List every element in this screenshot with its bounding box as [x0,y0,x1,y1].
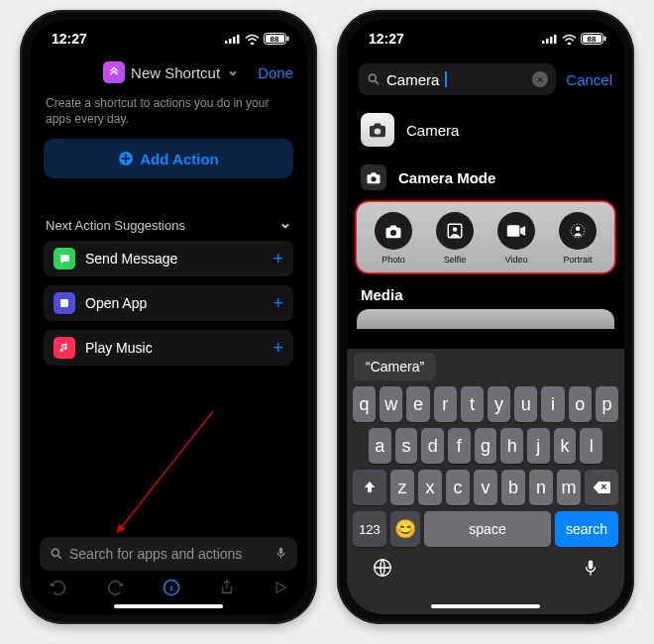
suggestions-header[interactable]: Next Action Suggestions [30,218,307,233]
suggestion-row[interactable]: Send Message + [44,241,293,276]
wifi-icon [562,34,577,45]
done-button[interactable]: Done [258,64,293,81]
suggestion-row[interactable]: Open App + [44,285,293,321]
add-suggestion-button[interactable]: + [272,338,283,359]
search-value: Camera [386,71,439,88]
key-t[interactable]: t [461,386,484,422]
suggestion-label: Open App [85,295,147,311]
svg-point-26 [453,227,458,232]
nav-title[interactable]: New Shortcut [103,61,238,83]
key-x[interactable]: x [418,470,442,505]
app-result-row[interactable]: Camera [347,105,624,155]
svg-text:88: 88 [271,35,279,44]
tab-info[interactable] [162,578,181,601]
mode-label: Selfie [444,255,467,265]
svg-rect-11 [279,547,282,554]
space-key[interactable]: space [424,511,551,547]
media-header: Media [347,272,624,309]
search-input[interactable]: Search for apps and actions [40,537,297,571]
numbers-key[interactable]: 123 [353,511,386,547]
add-suggestion-button[interactable]: + [272,249,283,269]
key-o[interactable]: o [569,386,592,422]
suggestion-label: Send Message [85,251,177,267]
notch [426,20,545,44]
camera-mode-grid: Photo Selfie Video Portrait [357,202,614,272]
mode-label: Photo [382,255,405,265]
search-key[interactable]: search [555,511,618,547]
search-icon [50,547,63,561]
camera-icon [361,164,386,190]
autocorrect-suggestion[interactable]: “Camera” [354,353,436,380]
dictate-key[interactable] [582,557,600,583]
svg-point-10 [52,549,58,556]
svg-rect-1 [229,39,232,44]
backspace-key[interactable] [585,470,618,505]
key-u[interactable]: u [514,386,537,422]
battery-icon: 88 [581,33,606,45]
key-r[interactable]: r [434,386,457,422]
key-j[interactable]: j [527,428,550,464]
key-g[interactable]: g [475,428,497,464]
svg-rect-31 [589,561,594,570]
suggestion-label: Play Music [85,340,153,356]
search-header: Camera ✕ Cancel [347,57,624,105]
key-l[interactable]: l [580,428,602,464]
key-f[interactable]: f [448,428,471,464]
home-indicator[interactable] [431,604,540,608]
key-s[interactable]: s [395,428,418,464]
add-suggestion-button[interactable]: + [272,293,283,314]
battery-icon: 88 [264,33,289,45]
suggestion-row[interactable]: Play Music + [44,330,293,366]
key-e[interactable]: e [406,386,429,422]
app-result-label: Camera [406,122,459,139]
key-z[interactable]: z [390,470,414,505]
globe-key[interactable] [372,557,393,583]
key-y[interactable]: y [488,386,510,422]
search-input[interactable]: Camera ✕ [359,63,556,95]
emoji-key[interactable]: 😊 [390,511,420,547]
phone-right: 12:27 88 Camera ✕ Cancel Camera Camera M [337,10,634,624]
key-i[interactable]: i [541,386,564,422]
chevron-down-icon [279,220,291,232]
clear-search-button[interactable]: ✕ [532,71,548,87]
tab-share[interactable] [218,578,236,601]
svg-text:88: 88 [588,35,597,44]
wifi-icon [245,34,260,45]
media-row[interactable] [357,309,614,329]
key-n[interactable]: n [529,470,553,505]
svg-rect-16 [554,35,557,44]
shift-key[interactable] [353,470,386,505]
key-p[interactable]: p [596,386,618,422]
key-m[interactable]: m [557,470,581,505]
key-row-4: 123 😊 space search [353,511,618,547]
key-d[interactable]: d [421,428,444,464]
key-a[interactable]: a [369,428,391,464]
mode-video[interactable]: Video [487,212,546,265]
mode-selfie[interactable]: Selfie [425,212,485,265]
nav-bar: New Shortcut Done [30,57,307,89]
tab-undo[interactable] [49,578,68,601]
key-w[interactable]: w [380,386,402,422]
key-k[interactable]: k [554,428,577,464]
svg-rect-2 [233,37,236,44]
plus-circle-icon [118,151,134,166]
key-h[interactable]: h [500,428,523,464]
mode-photo[interactable]: Photo [364,212,423,265]
key-v[interactable]: v [474,470,497,505]
tab-play[interactable] [272,580,288,599]
camera-app-icon [361,113,394,147]
selfie-icon [436,212,474,250]
key-b[interactable]: b [501,470,525,505]
mode-portrait[interactable]: Portrait [548,212,607,265]
key-row-1: qwertyuiop [353,386,618,422]
mode-label: Video [505,255,528,265]
home-indicator[interactable] [114,604,223,608]
svg-point-29 [576,227,581,232]
dictate-icon[interactable] [274,545,287,564]
add-action-button[interactable]: Add Action [44,139,293,178]
cancel-button[interactable]: Cancel [566,71,612,88]
tab-redo[interactable] [105,578,125,601]
svg-rect-19 [604,37,606,42]
key-q[interactable]: q [353,386,376,422]
key-c[interactable]: c [446,470,470,505]
